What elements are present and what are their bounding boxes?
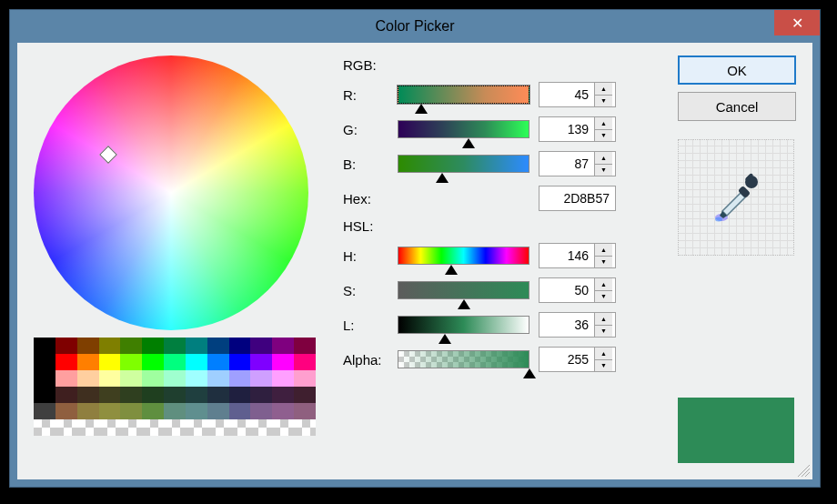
swatch[interactable]	[250, 403, 272, 419]
swatch-transparent[interactable]	[142, 419, 164, 436]
s-spinner[interactable]: ▲ ▼	[539, 277, 616, 303]
swatch[interactable]	[120, 354, 142, 370]
swatch-transparent[interactable]	[120, 419, 142, 436]
g-spin-up[interactable]: ▲	[595, 117, 612, 130]
alpha-spinner[interactable]: ▲ ▼	[539, 347, 616, 372]
swatch[interactable]	[250, 370, 272, 387]
s-spin-up[interactable]: ▲	[595, 278, 612, 291]
swatch[interactable]	[164, 387, 186, 403]
swatch[interactable]	[55, 403, 77, 419]
swatch-transparent[interactable]	[250, 419, 272, 436]
swatch[interactable]	[186, 370, 207, 387]
eyedropper-area[interactable]	[678, 139, 794, 256]
swatch[interactable]	[55, 354, 77, 370]
swatch[interactable]	[294, 387, 316, 403]
r-input[interactable]	[540, 83, 594, 106]
color-wheel[interactable]	[34, 55, 308, 330]
r-slider[interactable]	[398, 86, 529, 104]
swatch[interactable]	[34, 387, 55, 403]
l-slider-thumb[interactable]	[439, 334, 451, 344]
b-spin-down[interactable]: ▼	[595, 165, 612, 176]
swatch[interactable]	[294, 403, 316, 419]
swatch[interactable]	[229, 387, 251, 403]
swatch[interactable]	[164, 370, 186, 387]
swatch[interactable]	[99, 338, 121, 354]
r-spin-up[interactable]: ▲	[595, 83, 612, 96]
swatch-transparent[interactable]	[294, 419, 316, 436]
alpha-spin-up[interactable]: ▲	[595, 348, 612, 360]
alpha-input[interactable]	[540, 348, 594, 371]
swatch[interactable]	[77, 370, 99, 387]
g-spin-down[interactable]: ▼	[595, 130, 612, 142]
s-spin-down[interactable]: ▼	[595, 291, 612, 303]
swatch[interactable]	[142, 370, 164, 387]
swatch[interactable]	[120, 338, 142, 354]
cancel-button[interactable]: Cancel	[678, 92, 796, 121]
swatch[interactable]	[55, 387, 77, 403]
swatch[interactable]	[272, 338, 294, 354]
g-spinner[interactable]: ▲ ▼	[539, 116, 616, 142]
swatch-transparent[interactable]	[229, 419, 251, 436]
s-input[interactable]	[540, 278, 594, 302]
swatch-transparent[interactable]	[164, 419, 186, 436]
l-spinner[interactable]: ▲ ▼	[539, 312, 616, 338]
g-slider[interactable]	[398, 120, 529, 138]
h-input[interactable]	[540, 244, 594, 267]
alpha-slider[interactable]	[398, 350, 529, 368]
swatch[interactable]	[186, 387, 207, 403]
swatch[interactable]	[164, 354, 186, 370]
s-slider-thumb[interactable]	[458, 299, 470, 309]
resize-grip[interactable]	[797, 464, 810, 477]
ok-button[interactable]: OK	[678, 55, 796, 85]
l-spin-down[interactable]: ▼	[595, 326, 612, 338]
swatch[interactable]	[250, 338, 272, 354]
swatch[interactable]	[186, 403, 207, 419]
swatch[interactable]	[272, 387, 294, 403]
alpha-slider-thumb[interactable]	[523, 368, 536, 378]
swatch[interactable]	[34, 403, 55, 419]
h-slider[interactable]	[398, 247, 529, 265]
swatch[interactable]	[120, 387, 142, 403]
swatch[interactable]	[120, 370, 142, 387]
swatch-transparent[interactable]	[34, 419, 55, 436]
swatch[interactable]	[120, 403, 142, 419]
swatch[interactable]	[164, 403, 186, 419]
swatch[interactable]	[229, 370, 251, 387]
swatch[interactable]	[272, 354, 294, 370]
swatch[interactable]	[34, 354, 55, 370]
swatch-transparent[interactable]	[99, 419, 121, 436]
swatch[interactable]	[229, 354, 251, 370]
alpha-spin-down[interactable]: ▼	[595, 360, 612, 372]
swatch[interactable]	[229, 338, 251, 354]
swatch[interactable]	[186, 354, 207, 370]
close-button[interactable]: ✕	[774, 10, 820, 35]
b-spin-up[interactable]: ▲	[595, 152, 612, 165]
h-spin-up[interactable]: ▲	[595, 244, 612, 257]
r-slider-thumb[interactable]	[415, 104, 428, 114]
wheel-marker[interactable]	[99, 146, 117, 164]
swatch[interactable]	[142, 354, 164, 370]
swatch-transparent[interactable]	[77, 419, 99, 436]
swatch[interactable]	[142, 387, 164, 403]
swatch[interactable]	[250, 354, 272, 370]
swatch[interactable]	[272, 370, 294, 387]
s-slider[interactable]	[398, 281, 529, 299]
swatch[interactable]	[207, 354, 229, 370]
swatch[interactable]	[164, 338, 186, 354]
swatch[interactable]	[99, 387, 121, 403]
swatch[interactable]	[186, 338, 207, 354]
swatch[interactable]	[207, 370, 229, 387]
swatch[interactable]	[77, 403, 99, 419]
swatch[interactable]	[207, 338, 229, 354]
swatch[interactable]	[207, 403, 229, 419]
swatch[interactable]	[142, 338, 164, 354]
b-spinner[interactable]: ▲ ▼	[539, 151, 616, 176]
swatch[interactable]	[142, 403, 164, 419]
swatch[interactable]	[77, 387, 99, 403]
swatch-transparent[interactable]	[55, 419, 77, 436]
swatch[interactable]	[99, 403, 121, 419]
r-spin-down[interactable]: ▼	[595, 96, 612, 107]
swatch-transparent[interactable]	[272, 419, 294, 436]
swatch[interactable]	[34, 370, 55, 387]
b-slider-thumb[interactable]	[436, 173, 449, 183]
